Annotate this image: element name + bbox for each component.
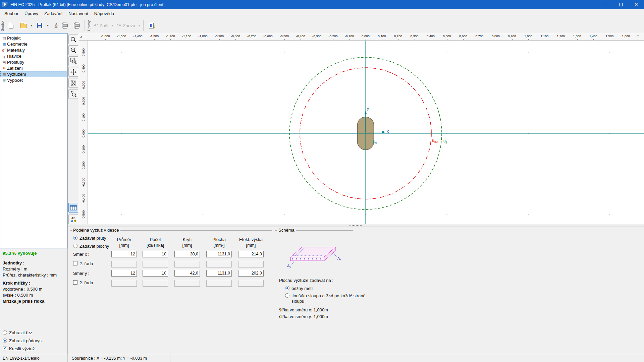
ruler-v-label: -0,400 [82, 194, 85, 203]
pan-button[interactable] [68, 67, 78, 77]
zoom-in-button[interactable] [68, 35, 78, 44]
menu-nastaveni[interactable]: Nastavení [65, 10, 91, 17]
ruler-tick [301, 39, 301, 40]
field-y-count[interactable] [143, 270, 168, 277]
sidebar-item-materialy[interactable]: g?Materiály [0, 47, 67, 53]
menu-upravy[interactable]: Úpravy [21, 10, 41, 17]
second-row-y-checkbox[interactable] [73, 280, 77, 285]
zoom-window-button[interactable] [68, 56, 78, 66]
uout-label: uout [432, 138, 438, 143]
calculation-protocol-button[interactable]: B [146, 19, 157, 32]
new-file-icon [9, 23, 13, 28]
zoom-previous-button[interactable] [68, 89, 78, 99]
show-plan-option[interactable]: Zobrazit půdorys [3, 338, 42, 343]
zoom-out-button[interactable] [68, 45, 78, 55]
new-file-button[interactable] [5, 19, 17, 32]
sidebar-item-projekt[interactable]: ▤Projekt [0, 35, 67, 41]
minimize-button[interactable]: – [598, 0, 613, 9]
maximize-button[interactable] [613, 0, 629, 9]
save-file-dropdown[interactable]: ▼ [46, 19, 50, 32]
show-plan-radio[interactable] [3, 339, 7, 343]
draw-reinforcement-checkbox[interactable] [3, 347, 7, 351]
open-file-dropdown[interactable]: ▼ [29, 19, 34, 32]
draw-reinforcement-option[interactable]: Kreslit výztuž [3, 346, 42, 351]
open-file-button[interactable] [17, 19, 29, 32]
toolbar-separator [143, 20, 144, 31]
field-x2-area[interactable] [206, 261, 232, 267]
mode-bars-radio[interactable] [73, 236, 77, 240]
area-option-column-width[interactable]: tloušťku sloupu a 3×d po každé straně sl… [285, 293, 371, 304]
print-preview-button[interactable] [71, 19, 83, 32]
drawing-canvas[interactable]: Xyu0uoutu1 [88, 41, 644, 224]
mode-areas-option[interactable]: Zadávat plochy [73, 244, 109, 249]
close-button[interactable]: ✕ [629, 0, 644, 9]
sidebar-item-geometrie[interactable]: ▦Geometrie [0, 41, 67, 47]
second-row-x-checkbox[interactable] [73, 261, 77, 265]
menu-soubor[interactable]: Soubor [1, 10, 21, 17]
sidebar: ▤Projekt ▦Geometrie g?Materiály ╥Hlavice… [0, 33, 68, 354]
zoom-extents-icon [70, 80, 77, 86]
zoom-window-icon [70, 58, 77, 65]
ruler-tick [235, 39, 236, 40]
ruler-tick [268, 39, 268, 40]
save-file-button[interactable] [34, 19, 45, 32]
ruler-tick [463, 39, 464, 40]
ruler-tick [138, 39, 138, 40]
sidebar-item-vypocet[interactable]: ⊞Výpočet [0, 77, 67, 83]
field-y-diameter[interactable] [111, 270, 137, 277]
field-y2-diameter[interactable] [111, 280, 137, 287]
ruler-h-label: -0,600 [264, 34, 273, 38]
field-y-area[interactable] [206, 270, 232, 277]
sidebar-item-prostupy[interactable]: ▣Prostupy [0, 59, 67, 65]
field-y2-cover[interactable] [174, 280, 200, 287]
field-y2-effective-depth[interactable] [238, 280, 264, 287]
field-x2-diameter[interactable] [111, 261, 137, 267]
menu-zadavani[interactable]: Zadávání [41, 10, 65, 17]
print-button[interactable] [59, 19, 70, 32]
show-section-option[interactable]: Zobrazit řez [3, 330, 42, 335]
field-x2-effective-depth[interactable] [238, 261, 264, 267]
zoom-extents-button[interactable] [68, 78, 78, 88]
area-column-width-radio[interactable] [285, 293, 289, 298]
undo-button[interactable]: ↶ Zpět [92, 19, 110, 32]
sidebar-item-zatizeni[interactable]: ⇊Zatížení [0, 65, 67, 71]
redo-button[interactable]: ↷ Znovu [115, 19, 137, 32]
field-x-effective-depth[interactable] [238, 251, 264, 257]
sidebar-item-hlavice[interactable]: ╥Hlavice [0, 53, 67, 59]
zoom-previous-icon [70, 91, 77, 98]
show-section-radio[interactable] [3, 330, 7, 335]
table-view-button[interactable] [68, 203, 78, 213]
toolbar-group-print-label: Tisk [54, 18, 59, 33]
area-meter-radio[interactable] [285, 286, 289, 290]
menu-napoveda[interactable]: Nápověda [91, 10, 117, 17]
field-x2-count[interactable] [143, 261, 168, 267]
field-x-count[interactable] [143, 251, 168, 257]
field-x-cover[interactable] [174, 251, 200, 257]
second-row-y-option[interactable]: 2. řada [73, 280, 93, 285]
second-row-x-option[interactable]: 2. řada [73, 261, 93, 266]
area-option-meter[interactable]: běžný metr [285, 286, 371, 291]
field-x-area[interactable] [206, 251, 232, 257]
mode-bars-option[interactable]: Zadávat pruty [73, 236, 106, 241]
printer-icon [62, 23, 68, 27]
mode-areas-radio[interactable] [73, 244, 77, 248]
view-options: Zobrazit řez Zobrazit půdorys Kreslit vý… [3, 330, 42, 354]
undo-dropdown[interactable]: ▼ [110, 19, 115, 32]
field-y2-count[interactable] [143, 280, 168, 287]
field-x2-cover[interactable] [174, 261, 200, 267]
field-y-effective-depth[interactable] [238, 270, 264, 277]
materials-icon: g? [1, 48, 7, 52]
panel-splitter[interactable] [68, 224, 644, 227]
ruler-tick [333, 39, 333, 40]
group-schema-title: Schéma [277, 228, 296, 233]
field-x-diameter[interactable] [111, 251, 137, 257]
units-dimensions: Rozměry : m [3, 266, 66, 272]
field-y-cover[interactable] [174, 270, 200, 277]
sidebar-item-vyztuzeni[interactable]: ▦Vyztužení [0, 71, 67, 77]
ruler-tick [170, 39, 171, 40]
ruler-tick [284, 39, 285, 40]
units-section-chars: Průřez. charakteristiky : mm [3, 272, 66, 278]
labels-view-button[interactable]: Ab [68, 215, 78, 224]
field-y2-area[interactable] [206, 280, 232, 287]
redo-dropdown[interactable]: ▼ [137, 19, 142, 32]
